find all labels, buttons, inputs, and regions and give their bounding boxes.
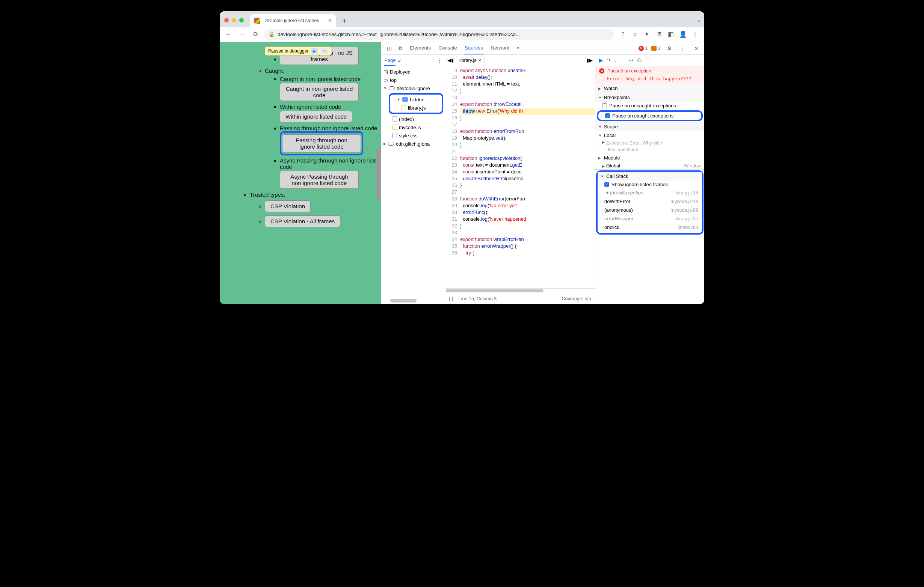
nav-more-icon[interactable]: »	[398, 58, 400, 63]
sidepanel-icon[interactable]: ◧	[665, 29, 676, 40]
profile-icon[interactable]: 👤	[677, 29, 688, 40]
close-tab-icon[interactable]: ×	[328, 17, 332, 24]
tree-top[interactable]: ▭ top	[381, 76, 445, 84]
resume-button[interactable]: ▶	[599, 58, 603, 63]
pause-caught-checkbox[interactable]: ✓Pause on caught exceptions	[598, 112, 701, 120]
browser-tab[interactable]: DevTools ignore list stories ×	[250, 14, 336, 27]
tab-network[interactable]: Network	[490, 42, 510, 54]
tree-deployed[interactable]: ◳ Deployed	[381, 67, 445, 76]
close-file-icon[interactable]: ×	[478, 58, 481, 63]
forward-button[interactable]: →	[237, 29, 248, 40]
braces-icon[interactable]: { }	[449, 296, 453, 301]
caught-button[interactable]: Caught in non ignore listed code	[280, 83, 359, 101]
callstack-frame[interactable]: doWithErrormycode.js:18	[597, 197, 702, 206]
sources-navigator: Page » ⋮ ◳ Deployed ▭ top ▼ devtools-ign…	[381, 55, 445, 304]
async-passing-button[interactable]: Async Passing through non ignore listed …	[280, 171, 359, 189]
paused-overlay: Paused in debugger ▶ ↷	[265, 46, 331, 56]
tab-elements[interactable]: Elements	[409, 42, 432, 54]
warning-count[interactable]: !2	[651, 46, 661, 51]
scope-module[interactable]: ▶Module	[595, 153, 704, 162]
device-toggle-icon[interactable]: ⧉	[396, 45, 405, 51]
error-count[interactable]: ✕1	[639, 46, 648, 51]
file-icon	[393, 116, 397, 122]
list-item: Caught in non ignore listed codeCaught i…	[280, 76, 381, 102]
devtools: ◫ ⧉ Elements Console Sources Network » ✕…	[381, 42, 704, 304]
labs-icon[interactable]: ⚗	[653, 29, 665, 40]
deactivate-breakpoints-icon[interactable]: ⛒	[637, 58, 642, 63]
inspect-icon[interactable]: ◫	[384, 45, 394, 51]
tree-hidden-folder[interactable]: ▼ hidden	[390, 95, 442, 104]
share-icon[interactable]: ⤴	[617, 29, 629, 40]
step-icon[interactable]: ↷	[320, 48, 328, 54]
extensions-icon[interactable]: ✦	[641, 29, 652, 40]
tree-cdn[interactable]: ▶ cdn.glitch.globa	[381, 140, 445, 148]
tree-mycode-file[interactable]: mycode.js	[381, 123, 445, 132]
back-button[interactable]: ←	[223, 29, 234, 40]
code-area[interactable]: export async function unsafeS await dela…	[460, 66, 595, 288]
reload-button[interactable]: ⟳	[251, 29, 261, 40]
tab-strip: DevTools ignore list stories × + ⌄	[220, 11, 704, 27]
scope-global[interactable]: ▶ GlobalWindow	[595, 162, 704, 169]
callstack-frame[interactable]: ➔throwExceptionlibrary.js:15	[597, 188, 702, 197]
favicon-icon	[254, 18, 260, 24]
breakpoints-section[interactable]: ▼Breakpoints	[595, 93, 704, 102]
tree-origin[interactable]: ▼ devtools-ignore	[381, 84, 445, 92]
close-window-icon[interactable]	[224, 18, 229, 23]
page-scrollbar[interactable]	[376, 147, 381, 200]
callstack-frame[interactable]: onclick(index):83	[597, 223, 702, 232]
nav-kebab-icon[interactable]: ⋮	[437, 58, 442, 63]
callstack-frame[interactable]: (anonymous)mycode.js:89	[597, 206, 702, 214]
nav-tab-page[interactable]: Page	[384, 58, 396, 66]
list-item: CSP Violation - All frames	[265, 215, 381, 228]
address-bar[interactable]: 🔒 devtools-ignore-list-stories.glitch.me…	[264, 29, 614, 40]
debugger-pane: ▶ ↷ ↓ ↑ →• ⛒ ✕ Paused on exception Error…	[595, 55, 704, 304]
error-icon: ✕	[599, 68, 604, 74]
pause-uncaught-checkbox[interactable]: Pause on uncaught exceptions	[595, 102, 704, 110]
tabs-overflow-icon[interactable]: ⌄	[696, 16, 701, 23]
editor-nav-prev-icon[interactable]: ◀▮	[447, 58, 454, 63]
within-button[interactable]: Within ignore listed code	[280, 111, 352, 122]
tree-style-file[interactable]: style.css	[381, 132, 445, 140]
step-into-icon[interactable]: ↓	[614, 58, 617, 63]
watch-section[interactable]: ▶Watch	[595, 84, 704, 93]
more-icon[interactable]: ⋮	[678, 45, 688, 51]
show-ignored-checkbox[interactable]: ✓Show ignore-listed frames	[597, 181, 702, 188]
minimize-window-icon[interactable]	[232, 18, 236, 23]
passing-button[interactable]: Passing through non ignore listed code	[282, 134, 361, 152]
tab-sources[interactable]: Sources	[464, 42, 484, 54]
devtools-tabbar: ◫ ⧉ Elements Console Sources Network » ✕…	[381, 42, 704, 55]
editor-tab[interactable]: library.js ×	[456, 56, 485, 65]
bookmark-icon[interactable]: ☆	[629, 29, 640, 40]
pause-reason: Paused on exception	[607, 68, 651, 74]
callstack-frame[interactable]: errorWrapperlibrary.js:37	[597, 214, 702, 223]
callstack-section[interactable]: ▼Call Stack	[597, 172, 702, 181]
list-item: Async Passing through non ignore listed …	[280, 157, 381, 189]
tree-scrollbar[interactable]	[390, 299, 417, 303]
resume-icon[interactable]: ▶	[311, 48, 318, 54]
settings-icon[interactable]: ⚙	[665, 45, 674, 51]
editor-nav-next-icon[interactable]: ▮▶	[586, 58, 593, 63]
step-out-icon[interactable]: ↑	[621, 58, 624, 63]
tab-console[interactable]: Console	[437, 42, 458, 54]
editor-h-scrollbar[interactable]	[445, 288, 595, 293]
step-over-icon[interactable]: ↷	[607, 58, 611, 63]
tree-index-file[interactable]: (index)	[381, 115, 445, 123]
tree-library-file[interactable]: library.js	[390, 104, 442, 112]
tabs-more-icon[interactable]: »	[516, 42, 521, 54]
new-tab-button[interactable]: +	[339, 16, 350, 26]
scope-exception-row[interactable]: ▶Exception: Error: Why did t	[595, 140, 704, 146]
scope-section[interactable]: ▼Scope	[595, 122, 704, 131]
exception-message: Error: Why did this happen????	[595, 76, 704, 84]
scope-local[interactable]: ▼Local	[595, 131, 704, 140]
close-devtools-icon[interactable]: ✕	[691, 45, 701, 51]
csp-violation-button[interactable]: CSP Violation	[265, 201, 311, 212]
step-icon[interactable]: →•	[627, 58, 634, 63]
cursor-position: Line 15, Column 3	[459, 296, 497, 301]
code-editor: ◀▮ library.js × ▮▶ 910111213141516171819…	[445, 55, 595, 304]
lock-icon: 🔒	[269, 31, 275, 37]
maximize-window-icon[interactable]	[239, 18, 244, 23]
menu-icon[interactable]: ⋮	[689, 29, 701, 40]
csp-violation-all-button[interactable]: CSP Violation - All frames	[265, 215, 340, 227]
pause-caught-highlight: ✓Pause on caught exceptions	[597, 110, 703, 121]
content-area: Paused in debugger ▶ ↷ WebAssembly trap …	[220, 42, 704, 304]
